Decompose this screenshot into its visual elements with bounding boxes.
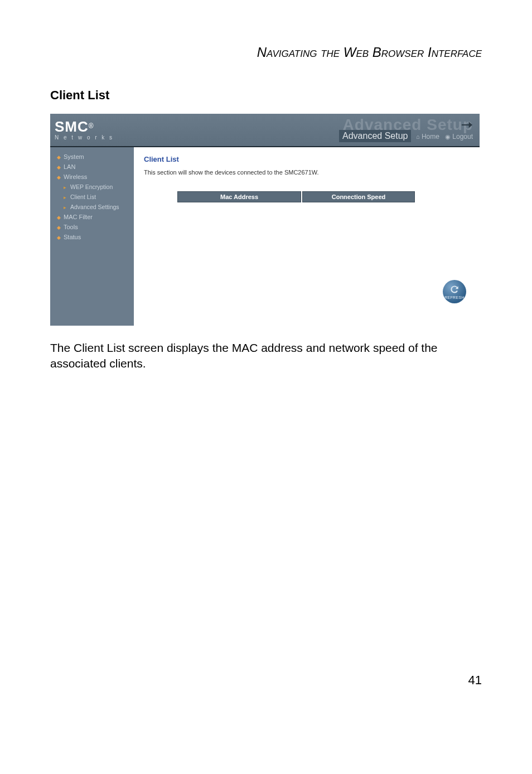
brand-name: SMC: [55, 118, 89, 135]
sidebar-item-lan[interactable]: ◆LAN: [50, 162, 134, 172]
bullet-icon: ◆: [57, 154, 61, 160]
sidebar-item-label: LAN: [64, 163, 75, 170]
refresh-icon: [449, 284, 460, 295]
page-number: 41: [50, 673, 482, 688]
running-header: Navigating the Web Browser Interface: [50, 45, 482, 60]
brand-subtitle: N e t w o r k s: [55, 135, 114, 141]
brand-registered: ®: [89, 122, 94, 130]
sidebar-item-label: Wireless: [64, 173, 87, 180]
bullet-icon: ▸: [64, 195, 68, 200]
sidebar-item-label: WEP Encryption: [70, 183, 113, 190]
home-text: Home: [422, 133, 439, 141]
sidebar-item-label: Client List: [70, 194, 96, 200]
sidebar-item-tools[interactable]: ◆Tools: [50, 222, 134, 232]
bullet-icon: ◆: [57, 175, 61, 180]
sidebar-item-client-list[interactable]: ▸Client List: [50, 192, 134, 202]
sidebar-item-wep[interactable]: ▸WEP Encryption: [50, 182, 134, 192]
router-admin-screenshot: SMC® N e t w o r k s Advanced Setup Adva…: [50, 114, 480, 326]
screenshot-header: SMC® N e t w o r k s Advanced Setup Adva…: [50, 114, 480, 147]
refresh-button[interactable]: REFRESH: [443, 280, 466, 303]
brand-logo: SMC® N e t w o r k s: [55, 119, 114, 141]
sidebar-item-label: Tools: [64, 224, 78, 230]
content-panel: Client List This section will show the d…: [134, 147, 480, 326]
sidebar-item-label: Advanced Settings: [70, 204, 119, 210]
column-connection-speed: Connection Speed: [302, 191, 415, 202]
ghost-title: Advanced Setup: [339, 118, 473, 132]
bullet-icon: ▸: [64, 185, 68, 190]
bullet-icon: ◆: [57, 235, 61, 240]
header-right: Advanced Setup Advanced Setup ⌂ Home ◉ L…: [339, 118, 473, 142]
table-header-row: Mac Address Connection Speed: [144, 191, 470, 202]
sidebar-item-advanced[interactable]: ▸Advanced Settings: [50, 202, 134, 212]
ghost-title-text: Advanced Setup: [343, 116, 473, 133]
body-paragraph: The Client List screen displays the MAC …: [50, 340, 482, 372]
bullet-icon: ▸: [64, 205, 68, 210]
bullet-icon: ◆: [57, 215, 61, 220]
logout-link[interactable]: ◉ Logout: [445, 133, 473, 141]
sidebar-item-wireless[interactable]: ◆Wireless: [50, 172, 134, 182]
home-icon: ⌂: [416, 133, 420, 140]
content-title: Client List: [144, 155, 470, 163]
column-mac-address: Mac Address: [177, 191, 301, 202]
refresh-label: REFRESH: [444, 296, 465, 299]
sidebar: ◆System ◆LAN ◆Wireless ▸WEP Encryption ▸…: [50, 147, 134, 326]
logout-icon: ◉: [445, 133, 451, 140]
section-title: Client List: [50, 88, 482, 103]
sidebar-item-label: Status: [64, 234, 81, 240]
home-link[interactable]: ⌂ Home: [416, 133, 439, 141]
sidebar-item-mac-filter[interactable]: ◆MAC Filter: [50, 212, 134, 222]
sidebar-item-system[interactable]: ◆System: [50, 152, 134, 162]
sidebar-item-label: MAC Filter: [64, 214, 93, 220]
bullet-icon: ◆: [57, 225, 61, 230]
sidebar-item-label: System: [64, 153, 84, 160]
arrow-icon: [458, 119, 475, 133]
sidebar-item-status[interactable]: ◆Status: [50, 232, 134, 242]
bullet-icon: ◆: [57, 165, 61, 170]
logout-text: Logout: [452, 133, 473, 141]
content-description: This section will show the devices conne…: [144, 169, 470, 176]
